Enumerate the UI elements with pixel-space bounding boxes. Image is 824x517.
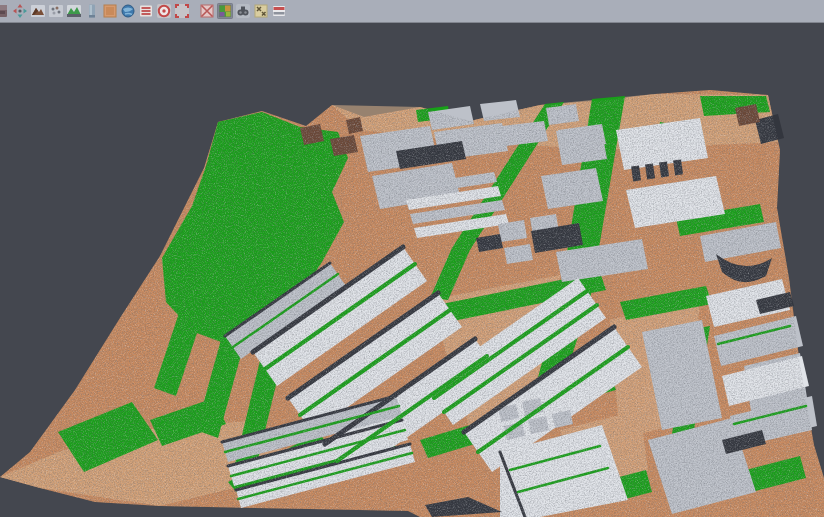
green-terrain-icon [66,3,82,19]
binoculars-icon [235,3,251,19]
toolbar-button-point-cloud[interactable] [48,3,64,19]
toolbar-button-classification-render[interactable] [217,3,233,19]
globe-icon [120,3,136,19]
clipped-tool-icon [0,3,10,19]
viewport-3d [0,23,824,517]
terrain-icon [30,3,46,19]
point-speckle-overlay [0,23,824,517]
toolbar-button-pick-center[interactable] [156,3,172,19]
toolbar [0,0,824,23]
scene-3d-point-cloud[interactable] [0,23,824,517]
pan-icon [12,3,28,19]
extent-brackets-icon [174,3,190,19]
application-window [0,0,824,517]
toolbar-button-zoom-extent[interactable] [174,3,190,19]
checker-icon [199,3,215,19]
classification-colors-icon [217,3,233,19]
toolbar-button-clip-box[interactable] [271,3,287,19]
points-icon [48,3,64,19]
toolbar-button-camera-views[interactable] [235,3,251,19]
measure-x-icon [253,3,269,19]
toolbar-button-profile-column[interactable] [84,3,100,19]
toolbar-button-clipped-tool[interactable] [0,3,10,19]
red-lines-icon [138,3,154,19]
orange-tile-icon [102,3,118,19]
toolbar-button-orthophoto[interactable] [102,3,118,19]
toolbar-button-measure[interactable] [253,3,269,19]
column-icon [84,3,100,19]
toolbar-button-terrain[interactable] [30,3,46,19]
toolbar-button-cross-section[interactable] [138,3,154,19]
toolbar-button-grid-selection[interactable] [199,3,215,19]
toolbar-button-tin-surface[interactable] [66,3,82,19]
red-stripes-icon [271,3,287,19]
toolbar-button-pan-tool[interactable] [12,3,28,19]
toolbar-separator [191,3,198,19]
toolbar-button-globe-view[interactable] [120,3,136,19]
red-circle-icon [156,3,172,19]
